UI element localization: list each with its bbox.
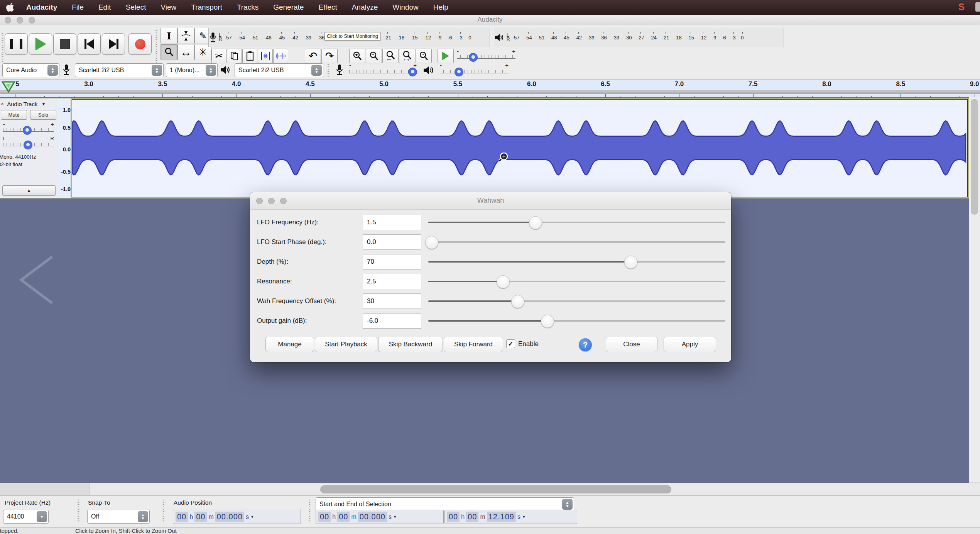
menu-generate[interactable]: Generate: [273, 3, 304, 12]
play-at-speed-button[interactable]: [438, 49, 454, 63]
time-segment-chip[interactable]: 00: [447, 512, 460, 522]
skip-to-start-button[interactable]: [78, 33, 101, 55]
selection-tool-button[interactable]: I: [161, 28, 177, 44]
gain-thumb[interactable]: [23, 126, 32, 135]
toolbar-grip[interactable]: [162, 499, 165, 523]
play-button[interactable]: [29, 33, 52, 55]
zoom-toggle-button[interactable]: [416, 49, 432, 63]
time-segment-chip[interactable]: 00: [194, 512, 207, 522]
time-segment-chip[interactable]: 00: [466, 512, 478, 522]
slider-thumb[interactable]: [497, 275, 510, 288]
play-speed-slider[interactable]: -+: [457, 49, 515, 63]
redo-button[interactable]: ↷: [321, 49, 338, 63]
wahwah-dialog[interactable]: Wahwah LFO Frequency (Hz):LFO Start Phas…: [250, 192, 731, 362]
dialog-field-input[interactable]: [363, 254, 421, 270]
skip-forward-button[interactable]: Skip Forward: [444, 337, 503, 352]
toolbar-grip[interactable]: [308, 499, 311, 523]
slider-thumb[interactable]: [425, 236, 438, 249]
quick-play-pin-icon[interactable]: [2, 81, 15, 93]
silence-audio-button[interactable]: [273, 49, 288, 63]
window-titlebar[interactable]: Audacity: [0, 15, 980, 25]
dialog-field-input[interactable]: [363, 234, 421, 250]
enable-checkbox[interactable]: ✓: [506, 339, 515, 348]
time-segment-arrow[interactable]: ▾: [523, 514, 525, 519]
menu-select[interactable]: Select: [126, 3, 146, 12]
pan-slider[interactable]: L R: [3, 137, 54, 150]
recording-channels-select[interactable]: 1 (Mono)... ▲▼: [166, 63, 218, 77]
dialog-field-slider[interactable]: [428, 216, 725, 229]
dialog-field-input[interactable]: [363, 274, 421, 289]
vertical-scale-ruler[interactable]: 1.00.50.0-0.5-1.0: [58, 98, 72, 198]
close-button[interactable]: Close: [606, 337, 657, 352]
playback-volume-thumb[interactable]: [455, 68, 463, 76]
copy-button[interactable]: [227, 49, 242, 63]
menu-view[interactable]: View: [161, 3, 176, 12]
time-segment-chip[interactable]: 00: [318, 512, 331, 522]
cut-button[interactable]: ✂: [211, 49, 226, 63]
pause-button[interactable]: [5, 33, 28, 55]
menu-audacity[interactable]: Audacity: [26, 3, 57, 12]
zoom-out-button[interactable]: [366, 49, 382, 63]
vertical-scroll-thumb[interactable]: [971, 99, 978, 215]
apply-button[interactable]: Apply: [664, 337, 716, 352]
time-segment-chip[interactable]: 12.109: [487, 512, 516, 522]
dialog-field-slider[interactable]: [428, 275, 725, 288]
zoom-tool-button[interactable]: [161, 44, 177, 60]
dialog-field-input[interactable]: [363, 313, 421, 329]
dialog-field-input[interactable]: [363, 215, 421, 230]
time-segment-chip[interactable]: 00: [176, 512, 188, 522]
slider-thumb[interactable]: [624, 256, 637, 269]
project-rate-select[interactable]: 44100 ▼: [3, 510, 49, 524]
dialog-field-slider[interactable]: [428, 236, 725, 249]
apple-menu-icon[interactable]: [6, 3, 15, 12]
track-close-button[interactable]: ×: [1, 101, 4, 107]
undo-button[interactable]: ↶: [305, 49, 321, 63]
dialog-titlebar[interactable]: Wahwah: [250, 192, 731, 210]
recording-volume-slider[interactable]: -+: [349, 63, 417, 77]
start-playback-button[interactable]: Start Playback: [315, 337, 377, 352]
dialog-field-input[interactable]: [363, 293, 421, 309]
selection-mode-select[interactable]: Start and End of Selection ▲▼: [316, 497, 574, 511]
manage-button[interactable]: Manage: [265, 337, 314, 352]
record-button[interactable]: [128, 33, 152, 55]
selection-end-display[interactable]: 00h00m12.109s▾: [444, 510, 577, 524]
horizontal-scroll-thumb[interactable]: [320, 485, 671, 493]
playback-device-select[interactable]: Scarlett 2i2 USB ▲▼: [235, 63, 323, 77]
monitoring-tooltip[interactable]: Click to Start Monitoring: [324, 32, 380, 41]
zoom-in-button[interactable]: [349, 49, 365, 63]
recording-volume-thumb[interactable]: [408, 68, 417, 76]
menu-file[interactable]: File: [72, 3, 84, 12]
slider-thumb[interactable]: [529, 216, 542, 229]
time-segment-chip[interactable]: 00.000: [215, 512, 244, 522]
vertical-scrollbar[interactable]: [969, 97, 980, 483]
dialog-field-slider[interactable]: [428, 314, 725, 327]
skip-backward-button[interactable]: Skip Backward: [378, 337, 443, 352]
enable-checkbox-group[interactable]: ✓ Enable: [506, 339, 539, 348]
snap-to-select[interactable]: Off ▲▼: [87, 510, 150, 524]
toolbar-grip[interactable]: [77, 499, 80, 523]
waveform-clip[interactable]: [72, 99, 968, 197]
track-control-panel[interactable]: × Audio Track ▼ Mute Solo - + L R Mono, …: [0, 98, 58, 198]
timeline-ruler[interactable]: 53.03.54.04.55.05.56.06.57.07.58.08.59.0: [0, 79, 980, 98]
skip-to-end-button[interactable]: [102, 33, 125, 55]
timeshift-tool-button[interactable]: ↔: [177, 44, 194, 60]
audio-host-select[interactable]: Core Audio ▲▼: [2, 63, 59, 77]
time-segment-chip[interactable]: 00: [337, 512, 350, 522]
envelope-tool-button[interactable]: [177, 28, 194, 44]
recording-meter[interactable]: LR -57-54-51-48-45-42-39-36-33-30-27-24-…: [208, 28, 490, 47]
help-button[interactable]: ?: [579, 338, 592, 351]
slider-thumb[interactable]: [511, 295, 524, 308]
toolbar-grip[interactable]: [327, 63, 330, 77]
gain-slider[interactable]: - +: [3, 122, 54, 136]
solo-button[interactable]: Solo: [30, 110, 56, 120]
slider-thumb[interactable]: [541, 315, 554, 328]
pan-thumb[interactable]: [24, 141, 32, 149]
menu-edit[interactable]: Edit: [98, 3, 111, 12]
trim-audio-button[interactable]: [258, 49, 273, 63]
status-menu-s-icon[interactable]: S: [958, 2, 965, 12]
play-speed-thumb[interactable]: [469, 53, 478, 62]
menu-effect[interactable]: Effect: [318, 3, 337, 12]
dialog-field-slider[interactable]: [428, 295, 725, 308]
track-menu-caret-icon[interactable]: ▼: [41, 102, 46, 106]
time-segment-arrow[interactable]: ▾: [251, 514, 253, 519]
